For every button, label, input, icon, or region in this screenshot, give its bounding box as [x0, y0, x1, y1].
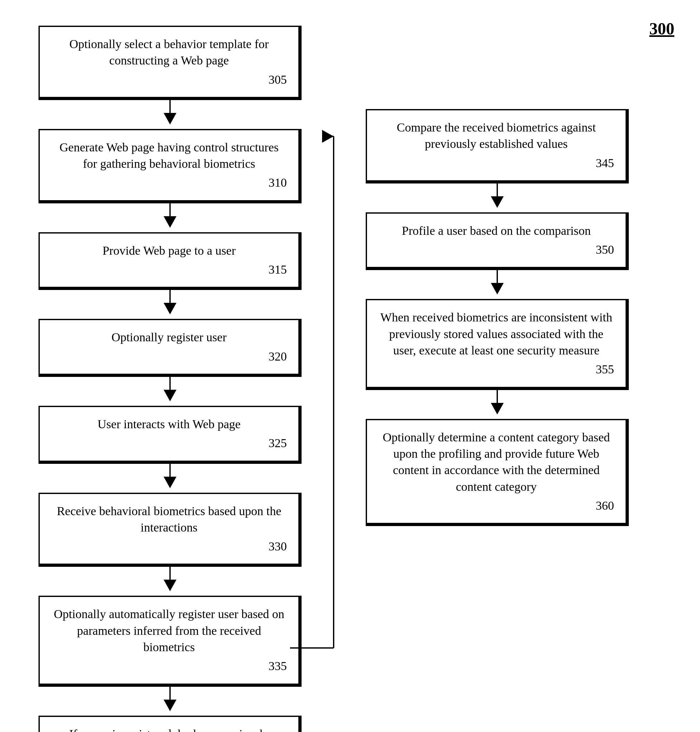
step-360-box: Optionally determine a content category … — [366, 419, 629, 526]
step-310-num: 310 — [51, 175, 287, 191]
arrow-355-360 — [491, 390, 504, 419]
step-315-box: Provide Web page to a user 315 — [38, 232, 301, 290]
arrow-305-310 — [163, 100, 176, 129]
step-345-box: Compare the received biometrics against … — [366, 109, 629, 184]
step-350-text: Profile a user based on the comparison — [402, 224, 591, 237]
arrow-325-330 — [163, 464, 176, 493]
step-335-num: 335 — [51, 658, 287, 674]
step-305-num: 305 — [51, 72, 287, 88]
left-flow-column: Optionally select a behavior template fo… — [26, 26, 315, 732]
step-315-num: 315 — [51, 262, 287, 278]
step-320-text: Optionally register user — [112, 331, 227, 344]
step-310-text: Generate Web page having control structu… — [59, 141, 278, 171]
step-320-num: 320 — [51, 348, 287, 365]
step-340-box: If a user is registered, look up previou… — [38, 716, 301, 732]
step-350-box: Profile a user based on the comparison 3… — [366, 212, 629, 270]
step-335-box: Optionally automatically register user b… — [38, 596, 301, 686]
step-325-num: 325 — [51, 435, 287, 451]
arrow-310-315 — [163, 203, 176, 232]
step-315-text: Provide Web page to a user — [102, 244, 235, 257]
arrow-320-325 — [163, 377, 176, 406]
step-355-num: 355 — [379, 361, 614, 378]
step-325-box: User interacts with Web page 325 — [38, 406, 301, 464]
step-355-box: When received biometrics are inconsisten… — [366, 299, 629, 390]
step-330-box: Receive behavioral biometrics based upon… — [38, 493, 301, 567]
step-345-num: 345 — [379, 155, 614, 171]
arrow-335-340 — [163, 687, 176, 716]
step-305-box: Optionally select a behavior template fo… — [38, 26, 301, 100]
step-330-num: 330 — [51, 538, 287, 555]
step-360-text: Optionally determine a content category … — [383, 431, 610, 493]
step-335-text: Optionally automatically register user b… — [54, 607, 285, 654]
step-360-num: 360 — [379, 498, 614, 514]
right-flow-column: Compare the received biometrics against … — [353, 109, 642, 526]
arrow-345-350 — [491, 184, 504, 212]
arrow-315-320 — [163, 290, 176, 319]
step-340-text: If a user is registered, look up previou… — [57, 727, 280, 732]
step-320-box: Optionally register user 320 — [38, 319, 301, 377]
arrow-350-355 — [491, 270, 504, 299]
step-310-box: Generate Web page having control structu… — [38, 129, 301, 203]
arrow-330-335 — [163, 567, 176, 596]
step-355-text: When received biometrics are inconsisten… — [381, 310, 612, 357]
step-350-num: 350 — [379, 241, 614, 258]
step-330-text: Receive behavioral biometrics based upon… — [57, 504, 281, 534]
step-305-text: Optionally select a behavior template fo… — [69, 37, 269, 67]
step-325-text: User interacts with Web page — [97, 417, 241, 431]
step-345-text: Compare the received biometrics against … — [397, 121, 596, 150]
